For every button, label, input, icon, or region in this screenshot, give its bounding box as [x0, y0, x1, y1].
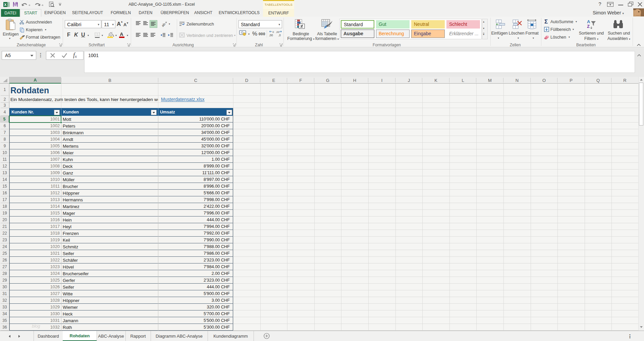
- svg-text:,00: ,00: [269, 34, 273, 37]
- svg-text:,0: ,0: [278, 34, 281, 37]
- svg-text:Z: Z: [587, 24, 590, 29]
- svg-text:0: 0: [273, 31, 274, 34]
- svg-text:A: A: [587, 19, 590, 24]
- svg-text:,00: ,00: [276, 31, 279, 34]
- svg-text:X: X: [4, 3, 7, 7]
